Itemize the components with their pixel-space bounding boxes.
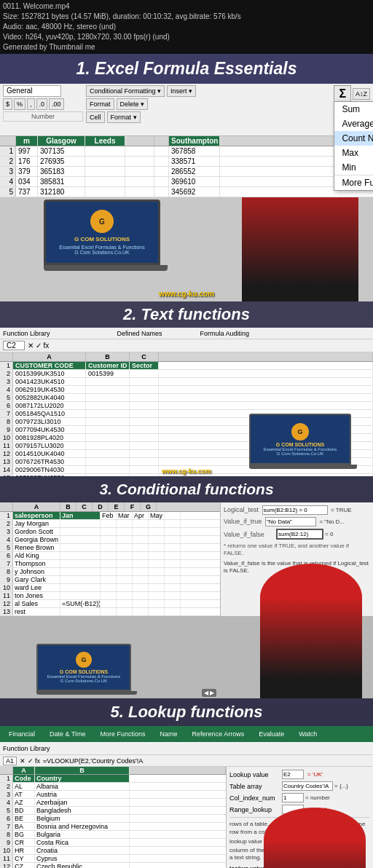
- cell-f[interactable]: May: [149, 512, 165, 519]
- comma-btn[interactable]: ,: [27, 98, 35, 110]
- cell-b[interactable]: [86, 434, 130, 441]
- cell-f[interactable]: [149, 536, 165, 543]
- cell-country[interactable]: Czech Republic: [35, 863, 130, 868]
- cell-g[interactable]: [165, 528, 181, 535]
- tab-ref-arrows[interactable]: Reference Arrows: [188, 729, 249, 739]
- lp-col-input[interactable]: [282, 793, 304, 802]
- cell-c[interactable]: [101, 520, 117, 527]
- cell-g[interactable]: [165, 520, 181, 527]
- delete-btn[interactable]: Delete ▾: [117, 98, 149, 110]
- cell-a[interactable]: 0077094UK4530: [13, 426, 86, 433]
- cell-b[interactable]: [86, 458, 130, 465]
- cell-a[interactable]: 0015399UK3510: [13, 370, 86, 377]
- cell-country[interactable]: Bosnia and Herzegovina: [35, 823, 130, 830]
- cell-a[interactable]: 0051845QA1510: [13, 410, 86, 417]
- cell-f[interactable]: [149, 552, 165, 559]
- cell-g[interactable]: [165, 560, 181, 567]
- cell-d[interactable]: [117, 544, 133, 551]
- cell-b[interactable]: [60, 560, 101, 567]
- more-functions-option[interactable]: More Functions...: [334, 175, 373, 190]
- cell-glasgow[interactable]: 307135: [38, 146, 85, 156]
- cell-d[interactable]: [117, 576, 133, 583]
- tab-watch[interactable]: Watch: [294, 729, 321, 739]
- autosum-btn[interactable]: Σ: [334, 85, 351, 103]
- cell-m[interactable]: 034: [16, 177, 38, 186]
- cell-f[interactable]: [149, 520, 165, 527]
- cell-d[interactable]: [117, 520, 133, 527]
- cell-d[interactable]: [117, 560, 133, 567]
- count-numbers-option[interactable]: Count Numbers: [334, 131, 373, 146]
- decrease-decimal-btn[interactable]: .0: [36, 98, 48, 110]
- increase-decimal-btn[interactable]: .00: [49, 98, 64, 110]
- cell-c[interactable]: [130, 434, 159, 441]
- cell-leeds[interactable]: [85, 146, 125, 156]
- cell-c[interactable]: [101, 608, 117, 615]
- cell-code[interactable]: BG: [13, 831, 35, 838]
- value-if-false-input[interactable]: [276, 529, 323, 540]
- cell-c[interactable]: [130, 394, 159, 401]
- max-option[interactable]: Max: [334, 146, 373, 160]
- cell-b[interactable]: [86, 426, 130, 433]
- average-option[interactable]: Average: [334, 117, 373, 131]
- cell-f[interactable]: [149, 600, 165, 607]
- cell-d[interactable]: [117, 584, 133, 591]
- cell-g[interactable]: [165, 544, 181, 551]
- cell-a[interactable]: Gary Clark: [13, 576, 60, 583]
- cell-country[interactable]: Belgium: [35, 815, 130, 822]
- cell-b[interactable]: [60, 608, 101, 615]
- cell-a[interactable]: y Johnson: [13, 568, 60, 575]
- cell-c[interactable]: Sector: [130, 362, 159, 369]
- cell-ref5[interactable]: A1: [3, 757, 17, 765]
- sort-btn[interactable]: A↕Z: [353, 88, 370, 100]
- format-as-table-btn[interactable]: Format: [86, 98, 114, 110]
- cell-m[interactable]: 737: [16, 187, 38, 197]
- value-if-true-input[interactable]: [265, 517, 316, 526]
- cell-d[interactable]: [117, 568, 133, 575]
- tab-evaluate[interactable]: Evaluate: [254, 729, 288, 739]
- cell-f[interactable]: [149, 560, 165, 567]
- cell-b[interactable]: =SUM(-B12)): [60, 600, 101, 607]
- cell-d[interactable]: [117, 592, 133, 599]
- currency-btn[interactable]: $: [3, 98, 12, 110]
- cell-c[interactable]: [101, 544, 117, 551]
- cell-e[interactable]: [133, 600, 149, 607]
- cell-a[interactable]: Ald King: [13, 552, 60, 559]
- cell-c[interactable]: Feb: [101, 512, 117, 519]
- cell-a[interactable]: al Sales: [13, 600, 60, 607]
- cell-glasgow[interactable]: 312180: [38, 187, 85, 197]
- cell-southampton[interactable]: 367858: [169, 146, 220, 156]
- cell-m[interactable]: 176: [16, 157, 38, 166]
- cell-g[interactable]: [165, 512, 181, 519]
- cell-leeds[interactable]: [85, 157, 125, 166]
- cell-d[interactable]: [117, 552, 133, 559]
- cell-c[interactable]: [101, 592, 117, 599]
- tab-more-functions[interactable]: More Functions: [96, 729, 150, 739]
- cell-g[interactable]: [165, 584, 181, 591]
- cell-code[interactable]: Code: [13, 775, 35, 782]
- cell-country[interactable]: Azerbaijan: [35, 799, 130, 806]
- cell-c[interactable]: [130, 386, 159, 393]
- tab-name[interactable]: Name: [156, 729, 182, 739]
- cell-c[interactable]: [101, 584, 117, 591]
- cell-southampton[interactable]: 338571: [169, 157, 220, 166]
- cell-c[interactable]: [130, 370, 159, 377]
- cell-code[interactable]: BA: [13, 823, 35, 830]
- cell-f[interactable]: [149, 576, 165, 583]
- cell-g[interactable]: [165, 576, 181, 583]
- cell-b[interactable]: Customer ID: [86, 362, 130, 369]
- cell-b[interactable]: [60, 592, 101, 599]
- cell-glasgow[interactable]: 385831: [38, 177, 85, 186]
- cell-b[interactable]: [60, 544, 101, 551]
- cell-styles-btn[interactable]: Cell: [86, 111, 105, 123]
- cell-code[interactable]: CZ: [13, 863, 35, 868]
- cell-code[interactable]: AT: [13, 791, 35, 798]
- cell-f[interactable]: [149, 528, 165, 535]
- cell-a[interactable]: ton Jones: [13, 592, 60, 599]
- cell-b[interactable]: [86, 450, 130, 457]
- cell-g[interactable]: [165, 600, 181, 607]
- cell-code[interactable]: BE: [13, 815, 35, 822]
- cell-a[interactable]: 0062919UK4530: [13, 386, 86, 393]
- cell-d[interactable]: [117, 528, 133, 535]
- cell-country[interactable]: Bangladesh: [35, 807, 130, 814]
- tab-datetime[interactable]: Date & Time: [45, 729, 90, 739]
